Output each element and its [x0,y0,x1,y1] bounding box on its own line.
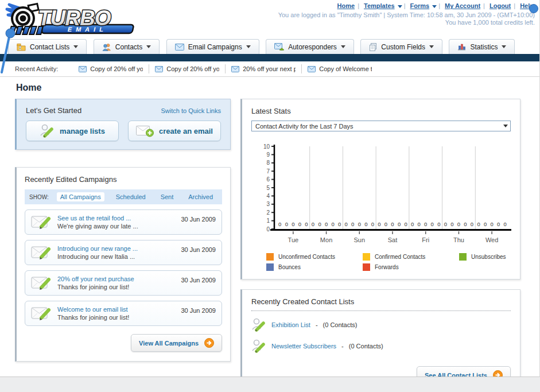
svg-text:0: 0 [325,221,328,227]
svg-text:0: 0 [398,221,401,227]
arrow-right-icon [493,370,503,377]
contact-activity-chart: 01234567891000000Tue00000Mon00000Sun0000… [251,139,511,250]
folder-icon [17,43,26,51]
recent-activity-label: Recent Activity: [15,65,58,72]
tab-email-campaigns[interactable]: Email Campaigns [166,39,259,54]
svg-text:0: 0 [477,221,480,227]
callout-pin-icon [0,24,17,73]
campaigns-title: Recently Edited Campaigns [25,175,222,184]
campaign-subtitle: Thanks for joining our list! [57,314,175,321]
campaign-row[interactable]: Introducing our new range ... Introducin… [25,240,222,265]
person-pencil-icon [251,339,266,354]
filter-all-campaigns[interactable]: All Campaigns [57,192,104,201]
tab-autoresponders[interactable]: Autoresponders [266,39,354,54]
nav-templates-link[interactable]: Templates [364,2,395,9]
view-all-campaigns-button[interactable]: View All Campaigns [131,334,222,352]
svg-text:7: 7 [266,168,270,174]
svg-text:0: 0 [345,221,348,227]
nav-forms-link[interactable]: Forms [410,2,430,9]
svg-text:0: 0 [378,221,380,227]
tab-statistics[interactable]: Statistics [449,39,515,54]
corner-dot-decoration [529,4,538,13]
envelope-pencil-icon [31,244,52,261]
recent-activity-item[interactable]: Copy of 20% off yo [149,64,226,73]
svg-text:0: 0 [305,221,308,227]
switch-quick-links[interactable]: Switch to Quick Links [161,107,221,114]
svg-text:0: 0 [404,221,407,227]
legend-swatch [459,253,467,261]
legend-swatch [266,263,274,271]
campaigns-filterbar: SHOW: All Campaigns Scheduled Sent Archi… [25,189,222,204]
tab-label: Contacts [115,43,142,51]
nav-logout-link[interactable]: Logout [490,2,511,9]
get-started-title: Let's Get Started [26,106,81,115]
manage-lists-button[interactable]: manage lists [26,121,119,141]
envelope-pencil-icon [31,274,52,292]
tab-custom-fields[interactable]: Custom Fields [360,39,442,54]
campaign-subtitle: Thanks for joining our list! [57,284,175,290]
campaign-subtitle: Introducing our new Italia ... [57,253,175,260]
svg-text:3: 3 [266,201,270,207]
svg-text:0: 0 [411,221,414,227]
nav-my-account-link[interactable]: My Account [445,2,480,9]
tab-contact-lists[interactable]: Contact Lists [8,39,87,54]
svg-text:0: 0 [457,221,460,227]
create-email-button[interactable]: create an email [128,121,221,141]
campaign-title-link[interactable]: See us at the retail food ... [57,215,175,222]
campaign-date: 30 Jun 2009 [181,246,216,253]
campaign-subtitle: We're giving away our late ... [57,223,175,230]
recent-activity-item[interactable]: Copy of Welcome to [302,64,378,73]
tab-contacts[interactable]: Contacts [94,39,160,54]
contact-lists-panel: Recently Created Contact Lists Exhibitio… [240,289,520,377]
svg-text:0: 0 [391,221,394,227]
envelope-icon [79,66,87,72]
filter-scheduled[interactable]: Scheduled [112,192,149,201]
svg-text:Wed: Wed [485,236,498,243]
top-nav: Home| Templates| Forms| My Account| Logo… [278,2,535,9]
header: EMAIL TURBO Home| Templates| Forms| My A… [0,0,539,37]
envelope-pencil-icon [31,305,52,322]
contact-list-row[interactable]: Newsletter Subscribers - (0 Contacts) [251,339,511,354]
tab-label: Custom Fields [381,43,425,51]
svg-text:Sun: Sun [353,236,365,243]
contact-list-link[interactable]: Exhibition List [271,321,310,328]
filter-archived[interactable]: Archived [185,192,216,201]
nav-home-link[interactable]: Home [337,2,355,9]
contact-list-count: (0 Contacts) [349,343,383,350]
svg-text:2: 2 [266,209,270,216]
svg-text:0: 0 [437,221,440,227]
svg-text:0: 0 [424,221,427,227]
campaign-title-link[interactable]: 20% off your next purchase [57,275,175,282]
campaign-row[interactable]: See us at the retail food ... We're givi… [25,209,222,235]
campaign-row[interactable]: Welcome to our email list Thanks for joi… [25,301,222,326]
arrow-right-icon [204,338,214,348]
recent-activity-item[interactable]: 20% off your next p [226,64,302,73]
svg-text:0: 0 [266,226,270,232]
person-pencil-icon [251,317,266,332]
campaign-title-link[interactable]: Welcome to our email list [57,306,175,313]
campaign-row[interactable]: 20% off your next purchase Thanks for jo… [25,270,222,296]
svg-text:0: 0 [358,221,361,227]
svg-text:0: 0 [331,221,334,227]
svg-text:0: 0 [464,221,467,227]
see-all-contact-lists-button[interactable]: See All Contact Lists [417,366,511,377]
main-tabbar: Contact Lists Contacts Email Campaigns A… [0,37,539,54]
header-right: Home| Templates| Forms| My Account| Logo… [278,2,535,26]
filter-sent[interactable]: Sent [157,192,177,201]
svg-text:0: 0 [285,221,288,227]
stats-period-select[interactable]: Contact Activity for the Last 7 Days [251,121,511,131]
svg-text:0: 0 [484,221,487,227]
latest-stats-panel: Latest Stats Contact Activity for the La… [240,99,520,280]
svg-text:0: 0 [504,221,507,227]
main-content: Home Let's Get Started Switch to Quick L… [0,77,539,377]
envelope-icon [308,66,316,72]
chevron-down-icon [429,45,434,48]
contact-list-link[interactable]: Newsletter Subscribers [271,343,336,350]
campaign-title-link[interactable]: Introducing our new range ... [57,245,175,252]
recent-activity-item[interactable]: Copy of 20% off yo [73,64,149,73]
svg-text:0: 0 [292,221,294,227]
contact-list-row[interactable]: Exhibition List - (0 Contacts) [251,317,511,332]
envelope-arrow-icon [274,43,284,51]
chevron-down-icon [341,45,345,48]
svg-text:4: 4 [266,193,270,199]
